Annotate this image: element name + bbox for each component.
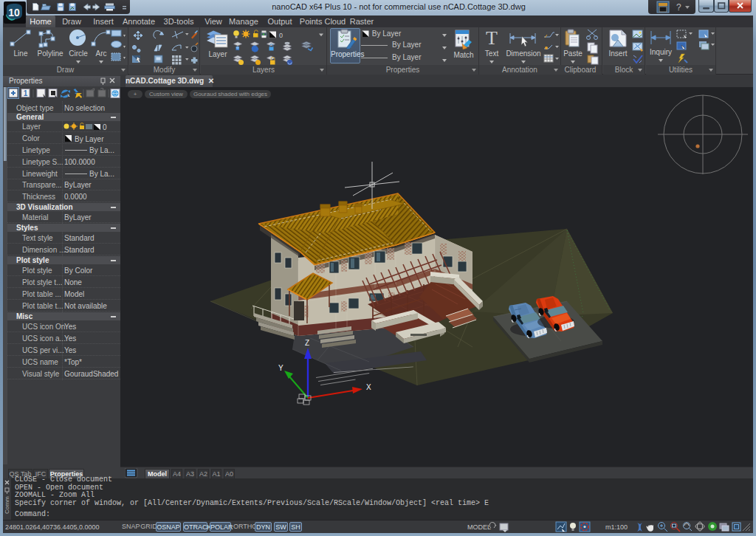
svg-text:Y: Y xyxy=(278,364,284,372)
svg-text:0: 0 xyxy=(103,123,107,131)
svg-text:1: 1 xyxy=(24,89,28,97)
svg-text:0: 0 xyxy=(279,32,283,39)
svg-text:T: T xyxy=(486,29,498,48)
svg-text:10: 10 xyxy=(8,7,20,18)
svg-text:X: X xyxy=(366,383,371,391)
svg-text:Gouraud shaded with edges: Gouraud shaded with edges xyxy=(193,91,267,97)
svg-text:?: ? xyxy=(676,2,681,13)
svg-text:Z: Z xyxy=(305,339,309,347)
svg-text:+: + xyxy=(134,91,137,97)
svg-text:By Layer: By Layer xyxy=(75,135,104,143)
svg-text:Comm: Comm xyxy=(4,496,10,514)
svg-text:Custom view: Custom view xyxy=(149,91,183,97)
